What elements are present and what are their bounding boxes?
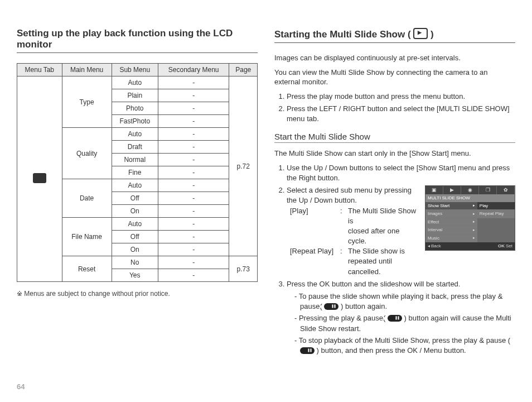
lcd-set: Set: [506, 243, 512, 249]
play-pause-icon: [388, 315, 402, 322]
title-prefix: Starting the Multi Slide Show (: [274, 29, 413, 40]
lcd-item: Effect: [428, 219, 439, 225]
def-repeat-label: [Repeat Play]: [290, 246, 340, 277]
lcd-sub: Play: [477, 202, 515, 210]
sec: -: [158, 154, 229, 166]
def-repeat-desc2: repeated until cancelled.: [348, 257, 392, 275]
def-repeat-desc1: The Slide show is: [348, 247, 405, 255]
sec: -: [158, 218, 229, 231]
sub-step-2: Select a desired sub menu by pressing th…: [287, 185, 515, 277]
sec: -: [158, 141, 229, 154]
bullet-1: - To pause the slide shown while playing…: [294, 291, 515, 312]
slideshow-icon: [413, 28, 428, 39]
sub: On: [112, 243, 158, 256]
sub-steps: Use the Up / Down buttons to select the …: [274, 163, 515, 356]
sub: No: [112, 256, 158, 269]
menutab-icon-cell: [17, 76, 62, 282]
sec: -: [158, 179, 229, 192]
sec: -: [158, 269, 229, 282]
top-step-1: Press the play mode button and press the…: [287, 92, 515, 102]
sub: Plain: [112, 89, 158, 102]
sub: Draft: [112, 141, 158, 154]
page-72: p.72: [229, 76, 258, 256]
footnote: ※ Menus are subject to change without pr…: [17, 290, 258, 298]
sec: -: [158, 166, 229, 179]
lcd-tab-icon: ◉: [461, 186, 479, 194]
sub: Yes: [112, 269, 158, 282]
main-type: Type: [62, 76, 112, 128]
lcd-screenshot: ▣ ▶ ◉ ❐ ✿ MULTI SLIDE SHOW Show Start▸ I…: [425, 185, 515, 251]
sec: -: [158, 76, 229, 89]
lcd-item: Images: [428, 211, 442, 217]
def-play-desc1: The Multi Slide Show is: [348, 207, 416, 225]
top-steps: Press the play mode button and press the…: [274, 92, 515, 125]
lcd-item: Interval: [428, 227, 442, 233]
sec: -: [158, 102, 229, 115]
right-section-title: Starting the Multi Slide Show ( ): [274, 28, 515, 43]
lcd-title: MULTI SLIDE SHOW: [425, 194, 515, 202]
sub: Fine: [112, 166, 158, 179]
sub: Off: [112, 231, 158, 243]
play-pause-icon: [324, 303, 338, 310]
th-submenu: Sub Menu: [112, 64, 158, 76]
intro-2: You can view the Multi Slide Show by con…: [274, 68, 515, 87]
main-filename: File Name: [62, 218, 112, 256]
th-menutab: Menu Tab: [17, 64, 62, 76]
th-secondary: Secondary Menu: [158, 64, 229, 76]
sub: On: [112, 205, 158, 218]
sub-intro: The Multi Slide Show can start only in t…: [274, 149, 515, 159]
printer-tab-icon: [33, 173, 46, 183]
sec: -: [158, 128, 229, 141]
title-suffix: ): [428, 29, 433, 40]
subsection-title: Start the Multi Slide Show: [274, 132, 515, 143]
def-play-label: [Play]: [290, 206, 340, 247]
main-quality: Quality: [62, 128, 112, 179]
sub: Auto: [112, 128, 158, 141]
sec: -: [158, 243, 229, 256]
lcd-tab-icon: ▣: [425, 186, 443, 194]
sub: Auto: [112, 179, 158, 192]
sub: Auto: [112, 218, 158, 231]
sub: Off: [112, 192, 158, 205]
main-reset: Reset: [62, 256, 112, 282]
bullet-2: - Pressing the play & pause( ) button ag…: [294, 313, 515, 333]
sub: Auto: [112, 76, 158, 89]
lcd-sub: Repeat Play: [477, 210, 515, 218]
sub-step-3-text: Press the OK button and the slideshow wi…: [287, 280, 460, 288]
main-date: Date: [62, 179, 112, 218]
th-mainmenu: Main Menu: [62, 64, 112, 76]
sec: -: [158, 115, 229, 128]
menu-table: Menu Tab Main Menu Sub Menu Secondary Me…: [17, 63, 258, 282]
intro-1: Images can be displayed continuously at …: [274, 53, 515, 63]
sub-step-3: Press the OK button and the slideshow wi…: [287, 279, 515, 356]
bullet-3: - To stop playback of the Multi Slide Sh…: [294, 336, 515, 356]
sec: -: [158, 205, 229, 218]
page-73: p.73: [229, 256, 258, 282]
sub-step-1: Use the Up / Down buttons to select the …: [287, 163, 515, 183]
lcd-item: Show Start: [428, 203, 449, 209]
lcd-tab-icon: ▶: [443, 186, 461, 194]
lcd-ok: OK: [498, 243, 505, 249]
sec: -: [158, 231, 229, 243]
lcd-back: Back: [431, 243, 441, 249]
lcd-tab-icon: ❐: [479, 186, 497, 194]
sub: FastPhoto: [112, 115, 158, 128]
sec: -: [158, 256, 229, 269]
page-number: 64: [17, 382, 25, 391]
sub: Normal: [112, 154, 158, 166]
th-page: Page: [229, 64, 258, 76]
sec: -: [158, 89, 229, 102]
lcd-tab-icon: ✿: [497, 186, 515, 194]
top-step-2: Press the LEFT / RIGHT button and select…: [287, 104, 515, 124]
left-section-title: Setting up the play back function using …: [17, 28, 258, 53]
sub-step-2-text: Select a desired sub menu by pressing th…: [287, 185, 419, 205]
sec: -: [158, 192, 229, 205]
def-play-desc2: closed after one cycle.: [348, 227, 400, 245]
sub: Photo: [112, 102, 158, 115]
lcd-item: Music: [428, 236, 439, 241]
play-pause-icon: [300, 347, 315, 354]
